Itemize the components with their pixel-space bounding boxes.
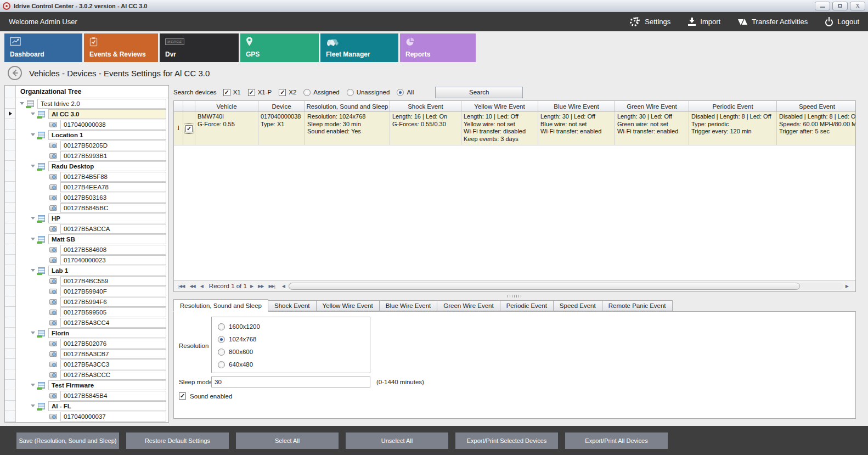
tab-speed-event[interactable]: Speed Event [554, 300, 602, 311]
scroll-left-icon[interactable]: ◀ [282, 284, 285, 289]
grid-cell[interactable]: Length: 30 | Led: OffBlue wire: not setW… [538, 112, 615, 145]
next-page-button[interactable]: ▶▶ [258, 284, 263, 289]
tree-node-label[interactable]: 00127B5993B1 [60, 151, 166, 161]
grid-cell[interactable]: Length: 10 | Led: OffYellow wire: not se… [461, 112, 538, 145]
tree-node-label[interactable]: Location 1 [48, 130, 166, 140]
footer-button-export-print-selected-devices[interactable]: Export/Print Selected Devices [455, 432, 558, 449]
top-action-import[interactable]: Import [688, 18, 720, 26]
tree-node-label[interactable]: HP [48, 214, 166, 223]
footer-button-export-print-all-devices[interactable]: Export/Print All Devices [565, 432, 668, 449]
checkbox-icon[interactable]: ✓ [279, 89, 286, 96]
tree-node-label[interactable]: 00127B4BC559 [60, 276, 166, 286]
tree-node-label[interactable]: 00127B584608 [60, 245, 166, 255]
checkbox-icon[interactable]: ✓ [223, 89, 230, 96]
resolution-option-1600x1200[interactable]: 1600x1200 [218, 322, 370, 331]
radio-icon[interactable] [397, 89, 404, 96]
footer-button-save-resolution-sound-and-sleep-[interactable]: Save (Resolution, Sound and Sleep) [16, 432, 119, 449]
tree-node-label[interactable]: 017040000023 [60, 255, 166, 265]
device-type-checkbox-x1-p[interactable]: ✓X1-P [248, 89, 272, 96]
tree-node-label[interactable]: Matt SB [48, 234, 166, 244]
collapse-arrow-icon[interactable] [31, 384, 35, 386]
footer-button-unselect-all[interactable]: Unselect All [346, 432, 448, 449]
tree-node-label[interactable]: 017040000038 [60, 120, 166, 130]
footer-button-restore-default-settings[interactable]: Restore Default Settings [126, 432, 229, 449]
resolution-option-640x480[interactable]: 640x480 [218, 360, 370, 369]
tile-events-reviews[interactable]: Events & Reviews [84, 33, 158, 62]
maximize-button[interactable] [832, 2, 848, 10]
tree-node-label[interactable]: 00127B5A3CC3 [60, 359, 166, 369]
tree-node-label[interactable]: Al - FL [48, 401, 166, 411]
prev-page-button[interactable]: ◀◀ [189, 284, 195, 289]
radio-icon[interactable] [218, 361, 225, 368]
radio-icon[interactable] [218, 336, 225, 343]
tile-reports[interactable]: Reports [400, 33, 476, 62]
last-record-button[interactable]: ▶▶| [268, 284, 274, 289]
tree-node-label[interactable]: 00127B503163 [60, 193, 166, 203]
tab-green-wire-event[interactable]: Green Wire Event [437, 300, 500, 311]
tab-periodic-event[interactable]: Periodic Event [500, 300, 554, 311]
radio-icon[interactable] [218, 349, 225, 356]
tree-node-label[interactable]: 00127B4EEA78 [60, 182, 166, 192]
tree-node-label[interactable]: 00127B5A3CCA [60, 224, 166, 234]
tab-blue-wire-event[interactable]: Blue Wire Event [380, 300, 437, 311]
grid-cell[interactable]: BMW740iG-Force: 0.55 [195, 112, 258, 145]
tab-shock-event[interactable]: Shock Event [268, 300, 317, 311]
top-action-logout[interactable]: Logout [825, 17, 859, 26]
collapse-arrow-icon[interactable] [31, 238, 35, 240]
tile-gps[interactable]: GPS [240, 33, 319, 62]
resolution-option-800x600[interactable]: 800x600 [218, 347, 370, 356]
grid-column-header[interactable]: Shock Event [390, 101, 461, 111]
scrollbar-thumb[interactable] [289, 283, 800, 290]
collapse-arrow-icon[interactable] [31, 165, 35, 167]
minimize-button[interactable] [815, 2, 830, 10]
grid-column-header[interactable]: Blue Wire Event [538, 101, 615, 111]
checkbox-icon[interactable]: ✓ [248, 89, 255, 96]
grid-cell[interactable]: Length: 16 | Led: OnG-Forces: 0.55/0.30 [390, 112, 461, 145]
radio-icon[interactable] [347, 89, 354, 96]
tree-node-label[interactable]: 00127B599505 [60, 307, 166, 317]
tree-node-label[interactable]: 00127B50205D [60, 141, 166, 150]
back-button[interactable] [7, 65, 22, 81]
tree-node-label[interactable]: 00127B5A3CCC [60, 370, 166, 380]
sleep-mode-input[interactable] [211, 377, 370, 387]
tree-node-label[interactable]: 00127B5845B4 [60, 391, 166, 401]
next-record-button[interactable]: ▶ [250, 284, 253, 289]
tree-node-label[interactable]: 00127B4B5F88 [60, 172, 166, 182]
top-action-settings[interactable]: Settings [630, 17, 670, 26]
tree-node-label[interactable]: Test Idrive 2.0 [37, 99, 166, 109]
checkbox-icon[interactable]: ✓ [179, 392, 186, 400]
tree-node-label[interactable]: 00127B5845BC [60, 203, 166, 213]
tree-node-label[interactable]: Al CC 3.0 [48, 109, 166, 119]
radio-icon[interactable] [218, 323, 225, 330]
close-button[interactable]: X [850, 2, 865, 10]
tab-resolution-sound-and-sleep[interactable]: Resolution, Sound and Sleep [173, 299, 268, 312]
top-action-transfer-activities[interactable]: Transfer Activities [738, 18, 808, 26]
collapse-arrow-icon[interactable] [31, 332, 35, 334]
device-type-checkbox-x2[interactable]: ✓X2 [279, 89, 296, 96]
radio-icon[interactable] [303, 89, 311, 96]
grid-cell[interactable]: Disabled | Length: 8 | Led: OffType: per… [689, 112, 777, 145]
sound-enabled-checkbox[interactable]: ✓ Sound enabled [179, 392, 232, 400]
tree-node-label[interactable]: 00127B59940F [60, 287, 166, 296]
grid-column-header[interactable]: Vehicle [195, 101, 258, 111]
search-button[interactable]: Search [435, 87, 523, 98]
grid-cell[interactable]: Resolution: 1024x768Sleep mode: 30 minSo… [305, 112, 390, 145]
grid-column-header[interactable]: Speed Event [777, 101, 855, 111]
filter-radio-all[interactable]: All [397, 89, 414, 96]
collapse-arrow-icon[interactable] [20, 102, 24, 105]
tile-fleet-manager[interactable]: Fleet Manager [320, 33, 398, 62]
horizontal-scrollbar[interactable] [288, 283, 843, 290]
grid-cell[interactable]: 017040000038Type: X1 [258, 112, 305, 145]
collapse-arrow-icon[interactable] [31, 133, 35, 136]
collapse-arrow-icon[interactable] [31, 269, 35, 272]
device-type-checkbox-x1[interactable]: ✓X1 [223, 89, 241, 96]
collapse-arrow-icon[interactable] [31, 217, 35, 220]
tree-node-label[interactable]: 00127B5A3CC4 [60, 318, 166, 328]
first-record-button[interactable]: |◀◀ [178, 284, 184, 289]
tab-remote-panic-event[interactable]: Remote Panic Event [602, 300, 673, 311]
filter-radio-unassigned[interactable]: Unassigned [347, 89, 390, 96]
row-checkbox[interactable]: ✓ [185, 125, 193, 132]
tile-dvr[interactable]: MERGEDvr [160, 33, 239, 62]
tree-node-label[interactable]: Lab 1 [48, 266, 166, 276]
grid-cell[interactable]: Length: 30 | Led: OffGreen wire: not set… [615, 112, 689, 145]
